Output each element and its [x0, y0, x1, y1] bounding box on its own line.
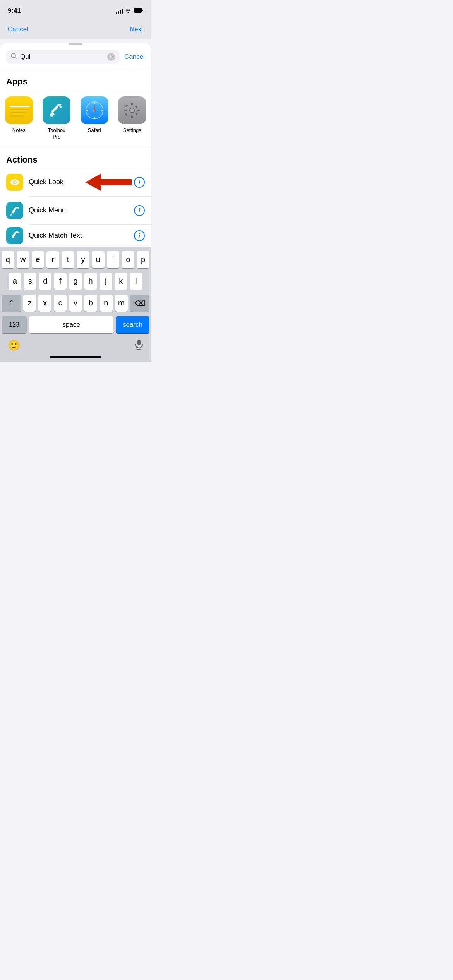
key-y[interactable]: y	[77, 251, 89, 268]
action-item-quick-look[interactable]: Quick Look i	[0, 168, 151, 196]
search-cancel-button[interactable]: Cancel	[124, 53, 145, 61]
app-item-settings[interactable]: Settings	[113, 96, 151, 140]
search-input-wrap[interactable]: ✕	[6, 50, 120, 64]
keyboard-row-3: ⇧ z x c v b n m ⌫	[2, 295, 149, 312]
search-sheet: ✕ Cancel Apps Notes	[0, 43, 151, 362]
quick-menu-icon	[6, 202, 23, 219]
safari-app-label: Safari	[88, 127, 101, 134]
quick-look-icon	[6, 174, 23, 191]
svg-rect-18	[135, 105, 138, 108]
quick-menu-label: Quick Menu	[29, 206, 129, 214]
keyboard-row-1: q w e r t y u i o p	[2, 251, 149, 268]
svg-rect-15	[124, 110, 127, 111]
quick-match-text-label: Quick Match Text	[29, 231, 129, 240]
settings-app-icon	[118, 96, 146, 124]
quick-menu-info-button[interactable]: i	[134, 205, 145, 216]
quick-look-label: Quick Look	[29, 178, 129, 186]
action-item-quick-match-text[interactable]: Quick Match Text i	[0, 225, 151, 247]
key-n[interactable]: n	[100, 295, 112, 312]
key-delete[interactable]: ⌫	[130, 295, 149, 312]
quick-match-text-icon	[6, 227, 23, 244]
key-h[interactable]: h	[84, 273, 97, 290]
emoji-button[interactable]: 🙂	[8, 339, 20, 351]
svg-rect-19	[125, 113, 128, 116]
key-x[interactable]: x	[38, 295, 51, 312]
behind-cancel-button[interactable]: Cancel	[8, 26, 28, 33]
behind-next-button[interactable]: Next	[130, 26, 143, 33]
settings-app-label: Settings	[123, 127, 141, 134]
key-a[interactable]: a	[9, 273, 21, 290]
notes-app-label: Notes	[12, 127, 26, 134]
key-e[interactable]: e	[32, 251, 45, 268]
toolbox-pro-app-label: Toolbox Pro	[48, 127, 65, 140]
svg-point-12	[130, 108, 134, 112]
svg-rect-20	[135, 112, 138, 115]
apps-grid: Notes Toolbox Pro	[0, 90, 151, 147]
key-f[interactable]: f	[54, 273, 67, 290]
svg-rect-13	[131, 103, 133, 105]
status-icons	[116, 8, 143, 14]
svg-rect-14	[131, 115, 133, 118]
key-j[interactable]: j	[100, 273, 112, 290]
key-c[interactable]: c	[54, 295, 67, 312]
key-p[interactable]: p	[137, 251, 149, 268]
search-input[interactable]	[20, 53, 104, 61]
signal-bars-icon	[116, 8, 123, 14]
svg-rect-17	[125, 104, 128, 107]
key-r[interactable]: r	[46, 251, 59, 268]
key-q[interactable]: q	[2, 251, 14, 268]
key-z[interactable]: z	[23, 295, 36, 312]
key-w[interactable]: w	[17, 251, 29, 268]
quick-look-info-button[interactable]: i	[134, 177, 145, 188]
keyboard: q w e r t y u i o p a s d f g h j k l ⇧ …	[0, 247, 151, 362]
svg-rect-1	[134, 9, 141, 12]
search-container: ✕ Cancel	[0, 45, 151, 69]
toolbox-pro-app-icon	[43, 96, 70, 124]
svg-point-22	[14, 181, 16, 183]
battery-icon	[134, 8, 143, 14]
key-m[interactable]: m	[115, 295, 128, 312]
microphone-button[interactable]	[135, 339, 143, 352]
status-time: 9:41	[8, 7, 21, 15]
key-d[interactable]: d	[39, 273, 51, 290]
quick-match-text-info-button[interactable]: i	[134, 230, 145, 241]
home-indicator	[50, 356, 101, 358]
key-i[interactable]: i	[107, 251, 120, 268]
keyboard-extras-row: 🙂	[2, 336, 149, 353]
action-item-quick-menu[interactable]: Quick Menu i	[0, 197, 151, 224]
behind-navigation-bar: Cancel Next	[0, 19, 151, 39]
key-space[interactable]: space	[29, 316, 113, 333]
svg-rect-23	[137, 340, 141, 345]
key-s[interactable]: s	[24, 273, 36, 290]
app-item-toolbox-pro[interactable]: Toolbox Pro	[38, 96, 76, 140]
apps-section-title: Apps	[0, 69, 151, 90]
key-numbers[interactable]: 123	[2, 316, 27, 333]
notes-app-icon	[5, 96, 33, 124]
actions-section: Actions Quick Look i	[0, 147, 151, 247]
key-l[interactable]: l	[130, 273, 142, 290]
key-search[interactable]: search	[116, 316, 149, 333]
app-item-safari[interactable]: Safari	[76, 96, 113, 140]
svg-marker-9	[94, 105, 96, 111]
safari-app-icon	[81, 96, 108, 124]
svg-marker-10	[93, 110, 94, 116]
key-shift[interactable]: ⇧	[2, 295, 21, 312]
key-u[interactable]: u	[92, 251, 105, 268]
app-item-notes[interactable]: Notes	[0, 96, 38, 140]
clear-input-button[interactable]: ✕	[107, 53, 115, 61]
key-b[interactable]: b	[84, 295, 97, 312]
key-t[interactable]: t	[62, 251, 74, 268]
key-v[interactable]: v	[69, 295, 82, 312]
keyboard-row-2: a s d f g h j k l	[2, 273, 149, 290]
key-g[interactable]: g	[69, 273, 82, 290]
status-bar: 9:41	[0, 0, 151, 19]
apps-section: Apps Notes	[0, 69, 151, 147]
key-k[interactable]: k	[115, 273, 127, 290]
wifi-icon	[125, 8, 131, 14]
svg-rect-16	[137, 110, 140, 111]
actions-section-title: Actions	[0, 147, 151, 168]
search-icon	[11, 53, 17, 61]
key-o[interactable]: o	[122, 251, 134, 268]
keyboard-bottom-row: 123 space search	[2, 316, 149, 333]
